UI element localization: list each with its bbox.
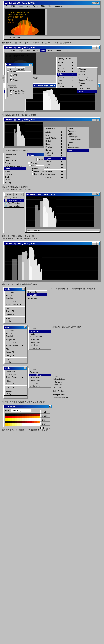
ms3-bitmap[interactable]: Bitmap: [29, 368, 51, 371]
menu-edit[interactable]: Edit: [11, 5, 15, 7]
menu-filter[interactable]: Filter: [40, 5, 46, 7]
color-cell[interactable]: [34, 414, 37, 416]
ct-close[interactable]: ✕: [49, 405, 51, 408]
radio-stagger[interactable]: Stagger: [10, 79, 28, 81]
fm4-noise[interactable]: Noise ▶: [44, 142, 66, 145]
color-cell[interactable]: [8, 416, 10, 418]
color-cell[interactable]: [10, 421, 12, 423]
color-cell[interactable]: [32, 416, 34, 418]
color-cell[interactable]: [29, 421, 32, 423]
min-4[interactable]: _: [92, 119, 94, 121]
ms2-bitmap[interactable]: Bitmap: [29, 327, 51, 330]
radio-from-right[interactable]: From the Right: [10, 90, 28, 92]
mode1-extract[interactable]: Extract: [4, 317, 25, 320]
ds-ocean[interactable]: Ocean Ripple...: [4, 159, 26, 162]
ds-polar[interactable]: Polar Coordinates...: [4, 164, 26, 167]
color-cell[interactable]: [25, 416, 27, 418]
ss4-glowing[interactable]: Glowing Edges...: [67, 138, 89, 141]
fm4-eyecandy[interactable]: Eye Candy 3.0 ▶: [44, 173, 66, 176]
ss4-emboss[interactable]: Emboss...: [67, 130, 89, 132]
ms2-duotone[interactable]: Duotone: [29, 332, 51, 336]
fm4-distort[interactable]: Distort ▶: [44, 140, 66, 142]
color-cell[interactable]: [17, 421, 20, 423]
color-cell[interactable]: [17, 423, 20, 426]
h2-item-4[interactable]: 🔄 Free Transform: [4, 204, 24, 207]
close-wf2[interactable]: ✕: [97, 193, 99, 196]
ms3-cmyk[interactable]: CMYK Color: [29, 379, 51, 382]
mode3-trim[interactable]: Trim...: [4, 380, 27, 382]
menu-video[interactable]: Video ▶: [56, 78, 77, 82]
color-cell[interactable]: [25, 418, 27, 421]
color-cell[interactable]: [32, 418, 34, 421]
color-cell[interactable]: [20, 423, 22, 426]
ms4-lab[interactable]: Lab Color: [52, 386, 74, 389]
radio-wind[interactable]: Wind: [10, 74, 28, 76]
sub-diffuse[interactable]: Diffuse...: [77, 68, 98, 70]
max-wf2[interactable]: □: [94, 193, 97, 196]
sub-wind[interactable]: Wind...: [77, 90, 98, 92]
wind-cancel-btn[interactable]: Cancel: [16, 67, 25, 71]
fm4-pixelate[interactable]: Pixelate ▶: [44, 145, 66, 148]
mode1-calc[interactable]: Calculations...: [4, 296, 25, 299]
ds-diffuse-glow[interactable]: Diffuse Glow...: [4, 153, 26, 156]
ms2-grayscale[interactable]: Grayscale: [29, 330, 51, 332]
ct-save-btn[interactable]: Save...: [40, 422, 50, 426]
mode1-histogram[interactable]: Histogram...: [4, 313, 25, 316]
mode-close-2[interactable]: ✕: [24, 326, 26, 328]
ss4-trace[interactable]: Trace Contour...: [67, 146, 89, 149]
color-cell[interactable]: [27, 423, 29, 426]
mode2-histogram[interactable]: Histogram...: [4, 354, 27, 357]
ms4-assign[interactable]: Assign Profile...: [52, 393, 74, 396]
color-grid[interactable]: [5, 413, 44, 426]
h2-item-1[interactable]: 📋 Layer Ma Copy: [4, 196, 24, 199]
sub-trace[interactable]: Trace Contour...: [77, 87, 98, 90]
color-cell[interactable]: [25, 414, 27, 416]
sub-emboss[interactable]: Emboss...: [77, 70, 98, 73]
mode2-rotate[interactable]: Rotate Canvas ▶: [4, 344, 27, 347]
color-cell[interactable]: [10, 414, 12, 416]
ms3-multi[interactable]: Multichannel: [29, 385, 51, 388]
fm4-video[interactable]: Video ▶: [44, 163, 66, 166]
color-cell[interactable]: [25, 421, 27, 423]
mode2-liquify[interactable]: Liquify...: [4, 361, 27, 364]
color-cell[interactable]: [10, 416, 12, 418]
color-cell[interactable]: [8, 414, 10, 416]
fm4-sharpen[interactable]: Sharpen ▶: [44, 151, 66, 154]
menu2-image[interactable]: Image: [17, 50, 24, 52]
ss4-tiles[interactable]: Tiles...: [67, 144, 89, 146]
color-cell[interactable]: [27, 421, 29, 423]
ss4-wind[interactable]: Wind...: [67, 149, 89, 152]
h2-item-3[interactable]: 🔄 Free Transform: [4, 202, 24, 204]
close-wf3[interactable]: ✕: [97, 242, 99, 245]
scrollbar-right-1[interactable]: [45, 8, 48, 35]
ss4-solarize[interactable]: Solarize: [67, 141, 89, 144]
minimize-btn-1[interactable]: _: [92, 2, 94, 4]
menu2-view[interactable]: View: [48, 50, 53, 52]
ms1-grayscale[interactable]: Grayscale: [27, 291, 47, 294]
tab-history-2[interactable]: History: [4, 193, 13, 196]
color-cell[interactable]: [29, 416, 32, 418]
color-cell[interactable]: [27, 414, 29, 416]
color-cell[interactable]: [15, 423, 17, 426]
color-cell[interactable]: [20, 421, 22, 423]
color-cell[interactable]: [15, 418, 17, 421]
menu-render[interactable]: Render ▶: [56, 67, 77, 70]
ms4-colortable[interactable]: Color Table...: [52, 390, 74, 392]
mode3-canvas[interactable]: Canvas Size...: [4, 373, 27, 376]
mode2-calc[interactable]: Calculations...: [4, 335, 27, 338]
color-cell[interactable]: [29, 418, 32, 421]
color-cell[interactable]: [5, 423, 8, 426]
sub-glowing[interactable]: Glowing Edges...: [77, 79, 98, 82]
radio-blast[interactable]: Blast: [10, 76, 28, 78]
ms4-convert[interactable]: Convert to Profile...: [52, 396, 74, 399]
color-cell[interactable]: [12, 416, 15, 418]
color-cell[interactable]: [5, 414, 8, 416]
color-cell[interactable]: [10, 423, 12, 426]
menu-other[interactable]: Other: [56, 82, 77, 84]
ds-zigzag[interactable]: ZigZag...: [4, 181, 26, 184]
max-wf3[interactable]: □: [94, 242, 97, 245]
menu2-filter[interactable]: Filter: [40, 50, 46, 52]
color-cell[interactable]: [5, 421, 8, 423]
menu-blur[interactable]: Blur ▶: [56, 64, 77, 67]
h2-item-2[interactable]: 📋 Layer Ma Copy: [4, 199, 24, 202]
